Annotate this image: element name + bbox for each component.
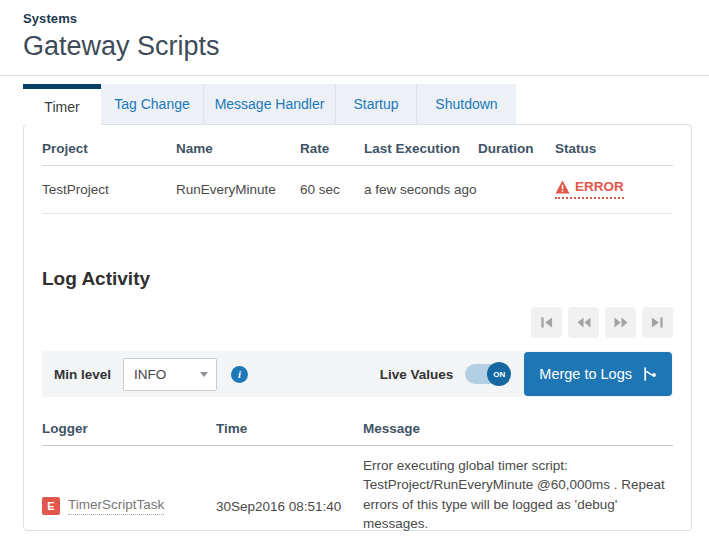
last-page-icon: [650, 316, 665, 329]
cell-project: TestProject: [42, 166, 176, 214]
breadcrumb[interactable]: Systems: [23, 11, 686, 26]
cell-status: ERROR: [555, 166, 673, 214]
last-page-button[interactable]: [642, 307, 673, 338]
fast-forward-icon: [613, 316, 629, 329]
col-status: Status: [555, 131, 673, 166]
toolbar-right-group: Live Values ON Merge to Logs: [380, 352, 672, 396]
col-name: Name: [176, 131, 300, 166]
tab-shutdown[interactable]: Shutdown: [416, 84, 516, 124]
log-message-text: Error executing global timer script: Tes…: [363, 456, 673, 533]
fast-forward-button[interactable]: [605, 307, 636, 338]
merge-to-logs-button[interactable]: Merge to Logs: [524, 352, 672, 396]
tab-message-handler[interactable]: Message Handler: [203, 84, 335, 124]
toggle-knob: ON: [487, 362, 511, 386]
tab-startup[interactable]: Startup: [335, 84, 416, 124]
col-last-execution: Last Execution: [364, 131, 478, 166]
table-row: TestProject RunEveryMinute 60 sec a few …: [42, 166, 673, 214]
first-page-button[interactable]: [531, 307, 562, 338]
cell-duration: [478, 166, 555, 214]
merge-to-logs-label: Merge to Logs: [539, 366, 632, 382]
scripts-table-header: Project Name Rate Last Execution Duratio…: [42, 131, 673, 166]
cell-logger: E TimerScriptTask: [42, 446, 216, 538]
info-icon[interactable]: i: [231, 366, 248, 383]
page-header: Systems Gateway Scripts: [0, 0, 709, 62]
cell-last-execution: a few seconds ago: [364, 166, 478, 214]
live-values-toggle[interactable]: ON: [465, 364, 509, 384]
first-page-icon: [539, 316, 554, 329]
status-badge[interactable]: ERROR: [555, 179, 624, 199]
min-level-label: Min level: [54, 367, 111, 382]
log-toolbar: Min level INFO i Live Values ON Merge to…: [42, 351, 673, 397]
error-level-badge: E: [42, 497, 60, 515]
fast-backward-button[interactable]: [568, 307, 599, 338]
col-time: Time: [216, 413, 363, 446]
col-rate: Rate: [300, 131, 364, 166]
min-level-select[interactable]: INFO: [123, 358, 217, 391]
col-logger: Logger: [42, 413, 216, 446]
header-divider: [0, 75, 709, 76]
min-level-select-box: INFO: [123, 358, 217, 391]
fast-backward-icon: [576, 316, 592, 329]
scripts-table: Project Name Rate Last Execution Duratio…: [42, 131, 673, 214]
col-duration: Duration: [478, 131, 555, 166]
log-table-header: Logger Time Message: [42, 413, 673, 446]
col-message: Message: [363, 413, 673, 446]
logger-name-link[interactable]: TimerScriptTask: [68, 497, 164, 515]
status-label: ERROR: [575, 179, 624, 194]
page-title: Gateway Scripts: [23, 31, 686, 62]
live-values-label: Live Values: [380, 367, 454, 382]
tab-bar: Timer Tag Change Message Handler Startup…: [23, 84, 692, 124]
log-row: E TimerScriptTask 30Sep2016 08:51:40 Err…: [42, 446, 673, 538]
cell-rate: 60 sec: [300, 166, 364, 214]
cell-time: 30Sep2016 08:51:40: [216, 446, 363, 538]
log-pagination: [42, 307, 673, 338]
warning-icon: [555, 180, 570, 194]
cell-message: Error executing global timer script: Tes…: [363, 446, 673, 538]
log-activity-heading: Log Activity: [42, 268, 673, 290]
tab-tag-change[interactable]: Tag Change: [101, 84, 203, 124]
tab-timer[interactable]: Timer: [23, 84, 101, 125]
timer-scripts-panel: Project Name Rate Last Execution Duratio…: [23, 124, 692, 531]
merge-icon: [641, 366, 657, 382]
col-project: Project: [42, 131, 176, 166]
log-table: Logger Time Message E TimerScriptTask 30…: [42, 413, 673, 538]
cell-name: RunEveryMinute: [176, 166, 300, 214]
